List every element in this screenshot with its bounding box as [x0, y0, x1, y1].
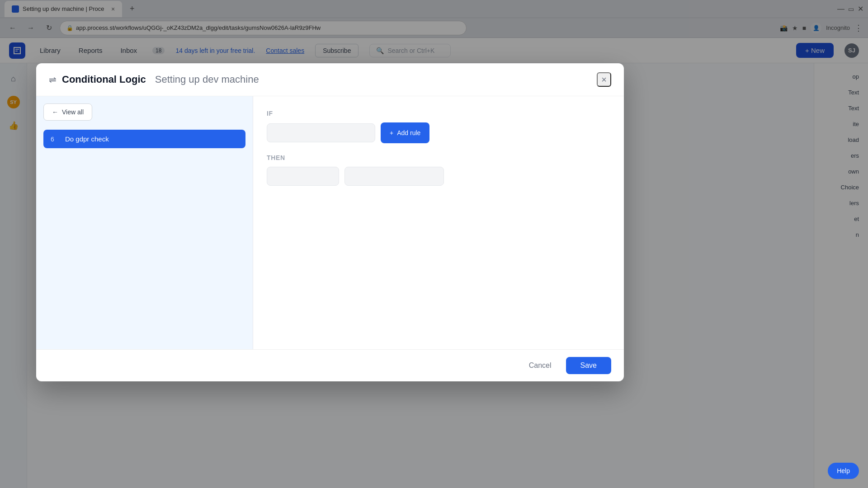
if-row: + Add rule — [267, 122, 610, 143]
modal-header: ⇌ Conditional Logic Setting up dev machi… — [36, 63, 624, 96]
then-input-1[interactable] — [267, 167, 339, 186]
view-all-btn[interactable]: ← View all — [43, 103, 92, 121]
modal-body: ← View all 6 Do gdpr check IF + Add rule — [36, 96, 624, 349]
add-rule-icon: + — [390, 129, 393, 136]
then-section: THEN — [267, 154, 610, 186]
save-btn[interactable]: Save — [566, 357, 611, 374]
logic-panel: IF + Add rule THEN — [253, 96, 624, 349]
add-rule-btn[interactable]: + Add rule — [381, 122, 429, 143]
if-label: IF — [267, 110, 610, 117]
task-item-label-6: Do gdpr check — [65, 135, 109, 143]
add-rule-label: Add rule — [397, 129, 420, 136]
back-arrow-icon: ← — [52, 108, 58, 116]
close-icon: × — [601, 75, 607, 85]
conditional-logic-modal: ⇌ Conditional Logic Setting up dev machi… — [36, 63, 624, 381]
if-section: IF + Add rule — [267, 110, 610, 143]
cancel-btn[interactable]: Cancel — [522, 358, 559, 373]
task-number-6: 6 — [51, 136, 60, 143]
modal-subtitle: Setting up dev machine — [155, 74, 259, 85]
modal-footer: Cancel Save — [36, 349, 624, 381]
then-label: THEN — [267, 154, 610, 161]
view-all-label: View all — [62, 108, 84, 116]
task-panel: ← View all 6 Do gdpr check — [36, 96, 253, 349]
help-btn[interactable]: Help — [828, 463, 859, 479]
if-input[interactable] — [267, 123, 375, 142]
task-item-6[interactable]: 6 Do gdpr check — [43, 130, 245, 148]
conditional-logic-icon: ⇌ — [49, 74, 57, 85]
then-input-2[interactable] — [344, 167, 444, 186]
then-row — [267, 167, 610, 186]
modal-title: Conditional Logic — [62, 74, 146, 85]
modal-close-btn[interactable]: × — [597, 72, 611, 87]
